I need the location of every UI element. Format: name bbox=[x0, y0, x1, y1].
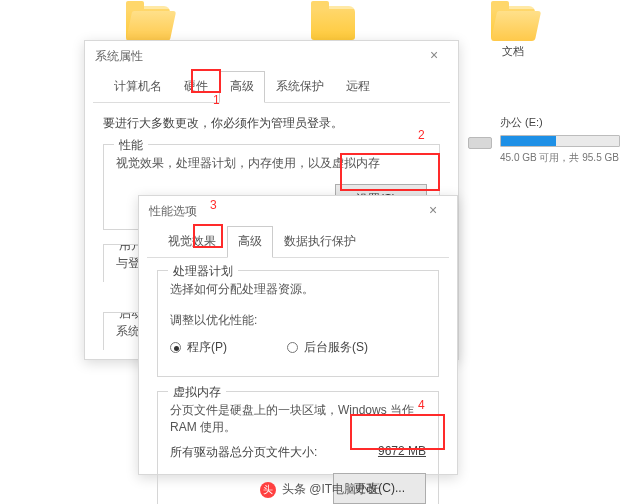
tab-advanced[interactable]: 高级 bbox=[219, 71, 265, 103]
group-desc: 分页文件是硬盘上的一块区域，Windows 当作 RAM 使用。 bbox=[170, 402, 426, 436]
tabs: 计算机名 硬件 高级 系统保护 远程 bbox=[93, 71, 450, 103]
vm-total-value: 9672 MB bbox=[378, 444, 426, 461]
radio-programs[interactable]: 程序(P) bbox=[170, 339, 227, 356]
adjust-label: 调整以优化性能: bbox=[170, 312, 426, 329]
desktop: 视频 图片 文档 办公 (E:) 45.0 GB 可用，共 95.5 GB 系统… bbox=[0, 0, 640, 504]
annotation-marker-4: 4 bbox=[418, 398, 425, 412]
group-processor-scheduling: 处理器计划 选择如何分配处理器资源。 调整以优化性能: 程序(P) 后台服务(S… bbox=[157, 270, 439, 377]
tab-dep[interactable]: 数据执行保护 bbox=[273, 226, 367, 258]
drive-icon bbox=[468, 137, 492, 149]
close-icon[interactable]: × bbox=[420, 46, 448, 66]
folder-icon bbox=[126, 6, 170, 40]
folder-label: 文档 bbox=[480, 44, 545, 59]
close-icon[interactable]: × bbox=[419, 201, 447, 221]
attribution: 头 头条 @IT电脑小匠 bbox=[0, 481, 640, 498]
group-desc: 选择如何分配处理器资源。 bbox=[170, 281, 426, 298]
tab-advanced[interactable]: 高级 bbox=[227, 226, 273, 258]
drive-name: 办公 (E:) bbox=[500, 115, 635, 130]
annotation-marker-2: 2 bbox=[418, 128, 425, 142]
attribution-text: 头条 @IT电脑小匠 bbox=[282, 481, 380, 498]
radio-dot-icon bbox=[287, 342, 298, 353]
window-performance-options: 性能选项 × 视觉效果 高级 数据执行保护 处理器计划 选择如何分配处理器资源。… bbox=[138, 195, 458, 475]
folder-icon bbox=[311, 6, 355, 40]
tab-visual-effects[interactable]: 视觉效果 bbox=[157, 226, 227, 258]
group-legend: 处理器计划 bbox=[168, 263, 238, 280]
group-legend: 性能 bbox=[114, 137, 148, 154]
drive-usage-bar bbox=[500, 135, 620, 147]
window-title: 性能选项 bbox=[149, 203, 197, 220]
group-legend: 虚拟内存 bbox=[168, 384, 226, 401]
tab-system-protection[interactable]: 系统保护 bbox=[265, 71, 335, 103]
attribution-icon: 头 bbox=[260, 482, 276, 498]
titlebar[interactable]: 系统属性 × bbox=[85, 41, 458, 71]
window-title: 系统属性 bbox=[95, 48, 143, 65]
tab-computer-name[interactable]: 计算机名 bbox=[103, 71, 173, 103]
tab-remote[interactable]: 远程 bbox=[335, 71, 381, 103]
folder-icon bbox=[491, 6, 535, 40]
admin-note: 要进行大多数更改，你必须作为管理员登录。 bbox=[103, 115, 440, 132]
radio-dot-icon bbox=[170, 342, 181, 353]
drive-status: 45.0 GB 可用，共 95.5 GB bbox=[500, 151, 635, 165]
titlebar[interactable]: 性能选项 × bbox=[139, 196, 457, 226]
folder-documents[interactable]: 文档 bbox=[480, 6, 545, 59]
radio-background-services[interactable]: 后台服务(S) bbox=[287, 339, 368, 356]
tabs: 视觉效果 高级 数据执行保护 bbox=[147, 226, 449, 258]
group-desc: 视觉效果，处理器计划，内存使用，以及虚拟内存 bbox=[116, 155, 427, 172]
drive-e[interactable]: 办公 (E:) 45.0 GB 可用，共 95.5 GB bbox=[500, 115, 635, 165]
annotation-marker-3: 3 bbox=[210, 198, 217, 212]
window-body: 处理器计划 选择如何分配处理器资源。 调整以优化性能: 程序(P) 后台服务(S… bbox=[139, 258, 457, 504]
vm-total-label: 所有驱动器总分页文件大小: bbox=[170, 444, 317, 461]
annotation-marker-1: 1 bbox=[213, 93, 220, 107]
